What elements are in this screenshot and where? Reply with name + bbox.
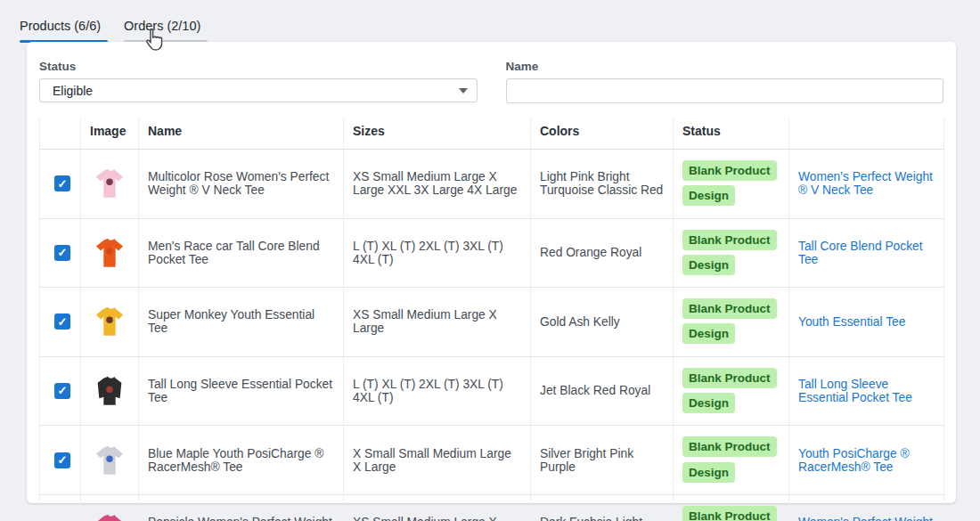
product-name: Men's Race car Tall Core Blend Pocket Te… (148, 240, 320, 266)
product-sizes: L (T) XL (T) 2XL (T) 3XL (T) 4XL (T) (353, 240, 503, 266)
product-thumbnail tshirt-icon (92, 442, 127, 479)
product-name: Blue Maple Youth PosiCharge ® RacerMesh®… (148, 447, 323, 474)
product-name: Popsicle Women's Perfect Weight ® V Neck… (148, 516, 332, 521)
product-colors: Gold Ash Kelly (540, 315, 620, 329)
name-input[interactable] (506, 78, 944, 103)
status-badge: Blank Product Design (682, 368, 777, 413)
name-filter-label: Name (506, 60, 944, 73)
status-badge: Blank Product Design (682, 230, 777, 275)
header-sizes: Sizes (344, 118, 531, 150)
product-colors: Jet Black Red Royal (540, 384, 650, 397)
product-colors: Dark Fuchsia Light Pink Seaglass Blue (540, 516, 646, 521)
row-checkbox[interactable]: ✓ (54, 313, 70, 330)
table-row: ✓ Multicolor Rose Women's Perfect Weight… (40, 150, 944, 219)
row-checkbox[interactable]: ✓ (54, 452, 70, 468)
chevron-down-icon (459, 88, 468, 94)
filter-bar: Status Eligible Name (27, 42, 956, 103)
row-checkbox[interactable]: ✓ (54, 383, 70, 399)
status-filter-label: Status (39, 60, 478, 73)
product-sizes: X Small Small Medium Large X Large (353, 447, 511, 474)
header-image: Image (81, 118, 139, 150)
product-name: Super Monkey Youth Essential Tee (148, 308, 314, 335)
header-status: Status (674, 118, 789, 150)
table-row: ✓ Blue Maple Youth PosiCharge ® RacerMes… (40, 426, 944, 495)
products-table: Image Name Sizes Colors Status ✓ Multico… (39, 118, 944, 521)
product-link[interactable]: Tall Long Sleeve Essential Pocket Tee (798, 378, 912, 404)
product-sizes: XS Small Medium Large X Large XXL 3XL 4X… (353, 516, 497, 521)
header-name: Name (139, 118, 344, 150)
product-link[interactable]: Tall Core Blend Pocket Tee (798, 240, 923, 266)
tab-orders[interactable]: Orders (2/10) (124, 15, 208, 43)
product-sizes: L (T) XL (T) 2XL (T) 3XL (T) 4XL (T) (353, 378, 503, 404)
name-filter: Name (506, 60, 944, 103)
product-thumbnail tshirt-icon (92, 510, 127, 521)
product-thumbnail tshirt-icon (92, 234, 127, 272)
product-thumbnail tshirt-icon (92, 165, 127, 202)
header-checkbox (40, 118, 81, 150)
product-link[interactable]: Youth Essential Tee (798, 315, 905, 329)
table-row: ✓ Tall Long Sleeve Essential Pocket Tee … (40, 356, 944, 426)
table-body: ✓ Multicolor Rose Women's Perfect Weight… (40, 150, 944, 521)
product-link[interactable]: Women's Perfect Weight ® V Neck Tee (798, 516, 933, 521)
product-link[interactable]: Youth PosiCharge ® RacerMesh® Tee (798, 447, 910, 474)
row-checkbox[interactable]: ✓ (54, 175, 70, 191)
product-colors: Light Pink Bright Turquoise Classic Red (540, 170, 663, 197)
product-colors: Red Orange Royal (540, 246, 641, 259)
product-sizes: XS Small Medium Large X Large (353, 308, 497, 335)
product-name: Tall Long Sleeve Essential Pocket Tee (148, 378, 332, 404)
row-checkbox[interactable]: ✓ (54, 245, 70, 261)
status-badge: Blank Product Design (682, 436, 777, 482)
table-row: ✓ Men's Race car Tall Core Blend Pocket … (40, 218, 944, 288)
table-row: ✓ Popsicle Women's Perfect Weight ® V Ne… (40, 494, 944, 521)
header-colors: Colors (531, 118, 674, 150)
products-orders-page: Products (6/6) Orders (2/10) Status Elig… (0, 0, 980, 521)
status-badge: Blank Product Design (682, 506, 777, 521)
header-link (789, 118, 944, 150)
product-colors: Silver Bright Pink Purple (540, 447, 633, 474)
product-thumbnail tshirt-icon (92, 303, 127, 340)
product-thumbnail tshirt-icon (92, 372, 127, 410)
table-header-row: Image Name Sizes Colors Status (40, 118, 944, 150)
product-name: Multicolor Rose Women's Perfect Weight ®… (148, 170, 329, 197)
tab-bar: Products (6/6) Orders (2/10) (20, 15, 208, 43)
product-sizes: XS Small Medium Large X Large XXL 3X Lar… (353, 170, 517, 197)
status-badge: Blank Product Design (682, 160, 777, 206)
status-filter: Status Eligible (39, 60, 478, 103)
table-row: ✓ Super Monkey Youth Essential Tee XS Sm… (40, 288, 944, 357)
status-select-value: Eligible (53, 84, 93, 98)
tab-products[interactable]: Products (6/6) (20, 15, 108, 43)
product-link[interactable]: Women's Perfect Weight ® V Neck Tee (798, 170, 933, 197)
status-badge: Blank Product Design (682, 298, 777, 344)
tab-products-label: Products (6/6) (20, 19, 101, 33)
hand-cursor-icon (143, 27, 166, 52)
products-panel: Status Eligible Name Image Name (27, 42, 956, 503)
status-select[interactable]: Eligible (39, 78, 478, 102)
